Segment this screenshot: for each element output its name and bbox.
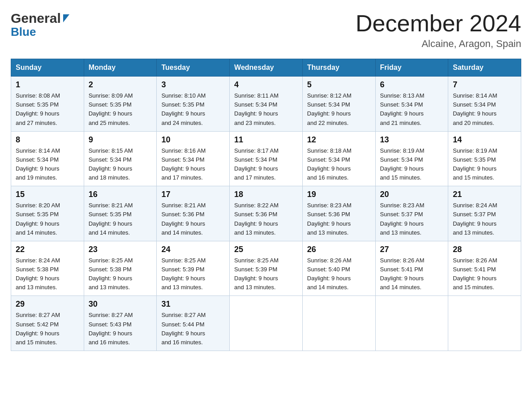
col-saturday: Saturday <box>448 59 521 77</box>
day-info: Sunrise: 8:14 AM Sunset: 5:34 PM Dayligh… <box>16 146 79 183</box>
logo-line1: General <box>11 11 69 26</box>
week-row-1: 1 Sunrise: 8:08 AM Sunset: 5:35 PM Dayli… <box>11 77 521 132</box>
day-number: 11 <box>234 135 298 145</box>
calendar-cell <box>375 296 448 351</box>
day-info: Sunrise: 8:23 AM Sunset: 5:36 PM Dayligh… <box>307 201 371 237</box>
day-number: 5 <box>307 80 371 90</box>
calendar-cell: 5 Sunrise: 8:12 AM Sunset: 5:34 PM Dayli… <box>302 77 375 132</box>
day-number: 15 <box>16 190 79 199</box>
day-number: 31 <box>161 300 225 309</box>
col-wednesday: Wednesday <box>230 59 303 77</box>
calendar-cell: 15 Sunrise: 8:20 AM Sunset: 5:35 PM Dayl… <box>11 186 84 241</box>
calendar-cell: 31 Sunrise: 8:27 AM Sunset: 5:44 PM Dayl… <box>157 296 230 351</box>
calendar-cell: 20 Sunrise: 8:23 AM Sunset: 5:37 PM Dayl… <box>375 186 448 241</box>
day-info: Sunrise: 8:15 AM Sunset: 5:34 PM Dayligh… <box>89 146 152 183</box>
calendar-cell: 29 Sunrise: 8:27 AM Sunset: 5:42 PM Dayl… <box>11 296 84 351</box>
day-info: Sunrise: 8:14 AM Sunset: 5:34 PM Dayligh… <box>453 91 516 128</box>
day-number: 24 <box>161 245 225 254</box>
day-number: 3 <box>161 80 225 90</box>
day-info: Sunrise: 8:27 AM Sunset: 5:44 PM Dayligh… <box>161 311 225 347</box>
day-info: Sunrise: 8:13 AM Sunset: 5:34 PM Dayligh… <box>380 91 444 128</box>
calendar-cell: 24 Sunrise: 8:25 AM Sunset: 5:39 PM Dayl… <box>157 241 230 296</box>
calendar-cell: 8 Sunrise: 8:14 AM Sunset: 5:34 PM Dayli… <box>11 131 84 186</box>
day-number: 1 <box>16 80 79 90</box>
calendar-cell: 7 Sunrise: 8:14 AM Sunset: 5:34 PM Dayli… <box>448 77 521 132</box>
day-info: Sunrise: 8:25 AM Sunset: 5:39 PM Dayligh… <box>161 256 225 292</box>
calendar-cell: 16 Sunrise: 8:21 AM Sunset: 5:35 PM Dayl… <box>84 186 157 241</box>
calendar-cell: 2 Sunrise: 8:09 AM Sunset: 5:35 PM Dayli… <box>84 77 157 132</box>
calendar-cell: 1 Sunrise: 8:08 AM Sunset: 5:35 PM Dayli… <box>11 77 84 132</box>
day-number: 19 <box>307 190 371 199</box>
day-number: 29 <box>16 300 79 309</box>
day-number: 17 <box>161 190 225 199</box>
month-title: December 2024 <box>356 11 521 36</box>
calendar-cell: 25 Sunrise: 8:25 AM Sunset: 5:39 PM Dayl… <box>230 241 303 296</box>
calendar-cell <box>302 296 375 351</box>
col-thursday: Thursday <box>302 59 375 77</box>
calendar-cell: 6 Sunrise: 8:13 AM Sunset: 5:34 PM Dayli… <box>375 77 448 132</box>
day-info: Sunrise: 8:26 AM Sunset: 5:41 PM Dayligh… <box>380 256 444 292</box>
day-number: 23 <box>89 245 152 254</box>
calendar-cell <box>230 296 303 351</box>
day-info: Sunrise: 8:27 AM Sunset: 5:42 PM Dayligh… <box>16 311 79 347</box>
day-number: 25 <box>234 245 298 254</box>
calendar-cell: 21 Sunrise: 8:24 AM Sunset: 5:37 PM Dayl… <box>448 186 521 241</box>
calendar-cell: 28 Sunrise: 8:26 AM Sunset: 5:41 PM Dayl… <box>448 241 521 296</box>
calendar-cell: 11 Sunrise: 8:17 AM Sunset: 5:34 PM Dayl… <box>230 131 303 186</box>
calendar-cell: 4 Sunrise: 8:11 AM Sunset: 5:34 PM Dayli… <box>230 77 303 132</box>
calendar-table: Sunday Monday Tuesday Wednesday Thursday… <box>11 59 521 351</box>
day-number: 13 <box>380 135 444 145</box>
calendar-cell: 14 Sunrise: 8:19 AM Sunset: 5:35 PM Dayl… <box>448 131 521 186</box>
day-number: 9 <box>89 135 152 145</box>
calendar-cell: 19 Sunrise: 8:23 AM Sunset: 5:36 PM Dayl… <box>302 186 375 241</box>
day-info: Sunrise: 8:21 AM Sunset: 5:36 PM Dayligh… <box>161 201 225 237</box>
day-info: Sunrise: 8:16 AM Sunset: 5:34 PM Dayligh… <box>161 146 225 183</box>
day-info: Sunrise: 8:26 AM Sunset: 5:41 PM Dayligh… <box>453 256 516 292</box>
calendar-header: Sunday Monday Tuesday Wednesday Thursday… <box>11 59 521 77</box>
calendar-cell: 12 Sunrise: 8:18 AM Sunset: 5:34 PM Dayl… <box>302 131 375 186</box>
day-number: 28 <box>453 245 516 254</box>
calendar-body: 1 Sunrise: 8:08 AM Sunset: 5:35 PM Dayli… <box>11 77 521 351</box>
day-number: 26 <box>307 245 371 254</box>
col-tuesday: Tuesday <box>157 59 230 77</box>
day-info: Sunrise: 8:23 AM Sunset: 5:37 PM Dayligh… <box>380 201 444 237</box>
title-block: December 2024 Alcaine, Aragon, Spain <box>356 11 521 50</box>
day-number: 18 <box>234 190 298 199</box>
header-row: Sunday Monday Tuesday Wednesday Thursday… <box>11 59 521 77</box>
logo-blue-text: Blue <box>11 25 36 39</box>
day-info: Sunrise: 8:08 AM Sunset: 5:35 PM Dayligh… <box>16 91 79 128</box>
day-number: 6 <box>380 80 444 90</box>
calendar-cell: 23 Sunrise: 8:25 AM Sunset: 5:38 PM Dayl… <box>84 241 157 296</box>
day-number: 4 <box>234 80 298 90</box>
col-friday: Friday <box>375 59 448 77</box>
calendar-cell: 27 Sunrise: 8:26 AM Sunset: 5:41 PM Dayl… <box>375 241 448 296</box>
calendar-cell: 30 Sunrise: 8:27 AM Sunset: 5:43 PM Dayl… <box>84 296 157 351</box>
page-header: General Blue December 2024 Alcaine, Arag… <box>11 11 521 50</box>
day-info: Sunrise: 8:27 AM Sunset: 5:43 PM Dayligh… <box>89 311 152 347</box>
day-info: Sunrise: 8:22 AM Sunset: 5:36 PM Dayligh… <box>234 201 298 237</box>
day-info: Sunrise: 8:25 AM Sunset: 5:38 PM Dayligh… <box>89 256 152 292</box>
day-info: Sunrise: 8:09 AM Sunset: 5:35 PM Dayligh… <box>89 91 152 128</box>
col-sunday: Sunday <box>11 59 84 77</box>
week-row-3: 15 Sunrise: 8:20 AM Sunset: 5:35 PM Dayl… <box>11 186 521 241</box>
day-number: 8 <box>16 135 79 145</box>
day-info: Sunrise: 8:17 AM Sunset: 5:34 PM Dayligh… <box>234 146 298 183</box>
day-info: Sunrise: 8:21 AM Sunset: 5:35 PM Dayligh… <box>89 201 152 237</box>
day-info: Sunrise: 8:24 AM Sunset: 5:38 PM Dayligh… <box>16 256 79 292</box>
logo-arrow-icon <box>63 14 69 22</box>
day-number: 16 <box>89 190 152 199</box>
calendar-cell: 3 Sunrise: 8:10 AM Sunset: 5:35 PM Dayli… <box>157 77 230 132</box>
day-info: Sunrise: 8:11 AM Sunset: 5:34 PM Dayligh… <box>234 91 298 128</box>
week-row-4: 22 Sunrise: 8:24 AM Sunset: 5:38 PM Dayl… <box>11 241 521 296</box>
day-info: Sunrise: 8:19 AM Sunset: 5:35 PM Dayligh… <box>453 146 516 183</box>
day-number: 7 <box>453 80 516 90</box>
logo-line2: Blue <box>11 25 36 39</box>
calendar-cell: 26 Sunrise: 8:26 AM Sunset: 5:40 PM Dayl… <box>302 241 375 296</box>
calendar-cell: 18 Sunrise: 8:22 AM Sunset: 5:36 PM Dayl… <box>230 186 303 241</box>
day-number: 22 <box>16 245 79 254</box>
day-number: 21 <box>453 190 516 199</box>
day-number: 27 <box>380 245 444 254</box>
day-number: 30 <box>89 300 152 309</box>
calendar-cell: 13 Sunrise: 8:19 AM Sunset: 5:34 PM Dayl… <box>375 131 448 186</box>
location-title: Alcaine, Aragon, Spain <box>356 38 521 50</box>
